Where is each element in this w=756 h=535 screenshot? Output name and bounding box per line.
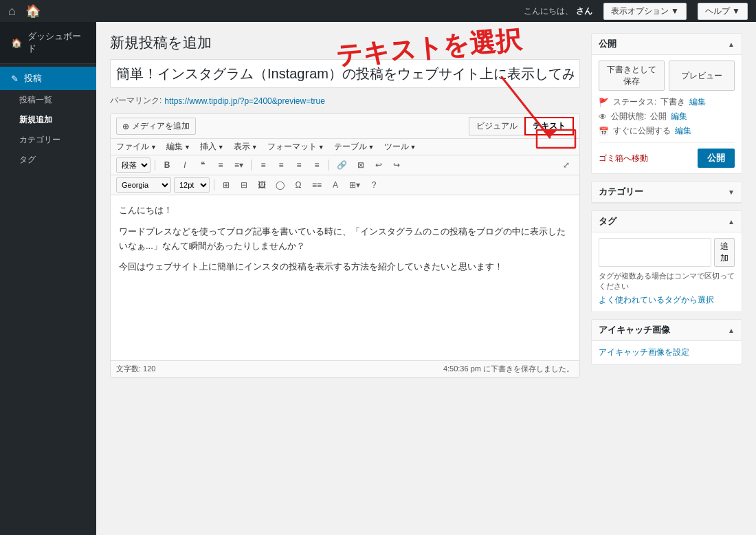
category-box-header: カテゴリー ▼ xyxy=(592,182,742,203)
featured-image-content: アイキャッチ画像を設定 xyxy=(592,341,742,364)
sidebar-sub-item-categories[interactable]: カテゴリー xyxy=(0,130,96,150)
permalink-label: パーマリンク: xyxy=(110,95,162,107)
save-draft-button[interactable]: 下書きとして保存 xyxy=(599,61,665,91)
menu-view[interactable]: 表示 ▼ xyxy=(234,141,258,153)
post-title-area xyxy=(110,59,580,88)
sidebar-sub-item-new[interactable]: 新規追加 xyxy=(0,110,96,130)
tag-box: タグ ▲ 追加 タグが複数ある場合はコンマで区切ってください よく使われているタ… xyxy=(591,210,742,312)
sep3 xyxy=(329,160,329,171)
editor-content[interactable]: こんにちは！ ワードプレスなどを使ってブログ記事を書いている時に、「インスタグラ… xyxy=(111,195,579,360)
sidebar-logo-label: ダッシュボード xyxy=(27,30,85,55)
page-title: 新規投稿を追加 xyxy=(110,33,580,52)
user-greeting: こんにちは、 さん xyxy=(524,6,592,17)
publish-box-toggle[interactable]: ▲ xyxy=(728,41,735,48)
category-box-toggle[interactable]: ▼ xyxy=(728,188,735,196)
editor-toolbar-2: Georgia 12pt ⊞ ⊟ 🖼 ◯ Ω ≡≡ A ⊞▾ xyxy=(111,175,579,195)
trash-link[interactable]: ゴミ箱へ移動 xyxy=(599,153,648,164)
editor-box: ⊕ メディアを追加 ビジュアル テキスト ファイル ▼ 編集 ▼ 挿入 ▼ xyxy=(110,113,580,378)
menu-table[interactable]: テーブル ▼ xyxy=(334,141,375,153)
set-featured-image-link[interactable]: アイキャッチ画像を設定 xyxy=(599,347,689,357)
ul-button[interactable]: ≡ xyxy=(213,158,228,172)
editor-footer: 文字数: 120 4:50:36 pm に下書きを保存しました。 xyxy=(111,360,579,377)
help-button[interactable]: ヘルプ ▼ xyxy=(698,3,748,20)
font-select[interactable]: Georgia xyxy=(116,177,171,193)
status-label: ステータス: xyxy=(613,96,656,108)
italic-button[interactable]: I xyxy=(177,158,192,172)
tag-box-toggle[interactable]: ▲ xyxy=(728,218,735,226)
schedule-edit-link[interactable]: 編集 xyxy=(675,125,691,137)
font-color-button[interactable]: A xyxy=(328,178,343,192)
link-button[interactable]: 🔗 xyxy=(333,158,351,172)
visual-tab[interactable]: ビジュアル xyxy=(469,117,524,135)
menu-edit[interactable]: 編集 ▼ xyxy=(166,141,190,153)
special-char-button[interactable]: Ω xyxy=(291,178,306,192)
circle-button[interactable]: ◯ xyxy=(272,178,288,192)
publish-box-title: 公開 xyxy=(599,38,616,50)
align-justify-button[interactable]: ≡ xyxy=(309,158,324,172)
font-size-select[interactable]: 12pt xyxy=(174,177,210,193)
sidebar-sub-item-list[interactable]: 投稿一覧 xyxy=(0,90,96,110)
align-center-button[interactable]: ≡ xyxy=(274,158,289,172)
wp-logo-icon: ⌂ xyxy=(8,4,16,19)
editor-toolbar-1: 段落 B I ❝ ≡ ≡▾ ≡ ≡ ≡ ≡ 🔗 xyxy=(111,155,579,175)
dashboard-icon: 🏠 xyxy=(25,3,41,19)
table-button[interactable]: ⊞▾ xyxy=(346,178,364,192)
ol-button[interactable]: ≡▾ xyxy=(231,158,247,172)
tag-input[interactable] xyxy=(599,238,711,267)
save-time: 4:50:36 pm に下書きを保存しました。 xyxy=(443,364,574,374)
sidebar-item-posts[interactable]: ✎ 投稿 xyxy=(0,67,96,90)
redo-button[interactable]: ↪ xyxy=(389,158,404,172)
bold-button[interactable]: B xyxy=(159,158,175,172)
right-sidebar: 公開 ▲ 下書きとして保存 プレビュー 🚩 ステータス: 下書き 編集 xyxy=(591,33,742,524)
preview-button[interactable]: プレビュー xyxy=(669,61,735,91)
status-edit-link[interactable]: 編集 xyxy=(689,96,706,108)
display-options-button[interactable]: 表示オプション ▼ xyxy=(603,3,687,20)
tag-box-content: 追加 タグが複数ある場合はコンマで区切ってください よく使われているタグから選択 xyxy=(592,232,742,312)
add-tag-button[interactable]: 追加 xyxy=(714,238,735,267)
menu-format[interactable]: フォーマット ▼ xyxy=(267,141,324,153)
visibility-edit-link[interactable]: 編集 xyxy=(671,111,687,122)
sidebar-logo-icon: 🏠 xyxy=(11,38,22,48)
featured-image-box-header: アイキャッチ画像 ▲ xyxy=(592,320,742,341)
sidebar-logo: 🏠 ダッシュボード xyxy=(0,22,96,63)
schedule-row: 📅 すぐに公開する 編集 xyxy=(599,125,735,137)
publish-actions: ゴミ箱へ移動 公開 xyxy=(599,142,735,168)
category-box-title: カテゴリー xyxy=(599,186,643,198)
paragraph-select[interactable]: 段落 xyxy=(116,157,151,173)
admin-bar-left: ⌂ 🏠 xyxy=(8,3,41,19)
image-button[interactable]: 🖼 xyxy=(254,178,269,192)
publish-button[interactable]: 公開 xyxy=(698,149,735,168)
align-right-button[interactable]: ≡ xyxy=(291,158,307,172)
admin-bar-right: こんにちは、 さん 表示オプション ▼ ヘルプ ▼ xyxy=(524,3,748,20)
undo-button[interactable]: ↩ xyxy=(371,158,386,172)
indent-button[interactable]: ⊞ xyxy=(219,178,234,192)
outdent-button[interactable]: ⊟ xyxy=(236,178,252,192)
tag-box-title: タグ xyxy=(599,215,616,228)
status-row: 🚩 ステータス: 下書き 編集 xyxy=(599,96,735,108)
editor-top-toolbar: ⊕ メディアを追加 ビジュアル テキスト xyxy=(111,114,579,139)
sidebar-sub-item-tags[interactable]: タグ xyxy=(0,150,96,170)
text-tab[interactable]: テキスト xyxy=(524,117,574,135)
main-content: テキストを選択 新規投稿を追加 パーマリンク: https://www.tipd… xyxy=(96,22,756,535)
popular-tags-link[interactable]: よく使われているタグから選択 xyxy=(599,295,714,305)
align-left-button[interactable]: ≡ xyxy=(256,158,271,172)
add-media-button[interactable]: ⊕ メディアを追加 xyxy=(116,118,196,135)
permalink-url[interactable]: https://www.tipdip.jp/?p=2400&preview=tr… xyxy=(164,96,324,106)
hr-button[interactable]: ≡≡ xyxy=(309,178,325,192)
posts-icon: ✎ xyxy=(11,74,19,84)
editor-menubar: ファイル ▼ 編集 ▼ 挿入 ▼ 表示 ▼ フォーマット ▼ テーブル ▼ ツー… xyxy=(111,139,579,155)
add-media-icon: ⊕ xyxy=(122,122,129,131)
post-title-input[interactable] xyxy=(110,59,580,88)
publish-box-header: 公開 ▲ xyxy=(592,34,742,55)
menu-tools[interactable]: ツール ▼ xyxy=(384,141,416,153)
menu-insert[interactable]: 挿入 ▼ xyxy=(200,141,224,153)
unlink-button[interactable]: ⊠ xyxy=(353,158,368,172)
status-value: 下書き xyxy=(660,96,685,108)
help-editor-button[interactable]: ? xyxy=(366,178,381,192)
blockquote-button[interactable]: ❝ xyxy=(195,158,210,172)
sidebar-section: ✎ 投稿 投稿一覧 新規追加 カテゴリー タグ xyxy=(0,63,96,170)
flag-icon: 🚩 xyxy=(599,98,609,107)
expand-button[interactable]: ⤢ xyxy=(559,158,574,172)
menu-file[interactable]: ファイル ▼ xyxy=(116,141,157,153)
featured-image-toggle[interactable]: ▲ xyxy=(728,327,735,334)
